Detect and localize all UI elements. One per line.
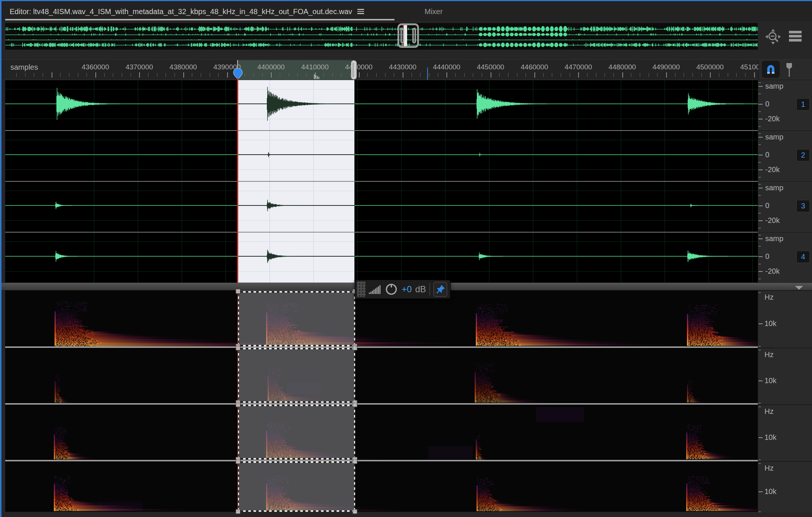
ruler-minor-tick (324, 73, 324, 77)
overview-viewport-box[interactable] (397, 23, 419, 48)
ruler-tick-label: 4470000 (564, 63, 592, 71)
ruler-minor-tick (60, 73, 60, 77)
ruler-minor-tick (640, 73, 640, 77)
ruler-selection-highlight (238, 60, 354, 80)
viewport-left-handle[interactable] (400, 28, 404, 43)
ruler-major-tick (403, 72, 403, 78)
ruler-minor-tick (297, 73, 298, 77)
ruler-major-tick (359, 72, 360, 78)
ruler-minor-tick (657, 73, 658, 77)
ruler-minor-tick (376, 73, 377, 77)
ruler-right-gutter (759, 60, 812, 80)
ruler-minor-tick (561, 73, 561, 77)
track-list-icon[interactable] (788, 30, 802, 43)
ruler-minor-tick (482, 73, 482, 77)
selection-gain-grabber[interactable] (314, 74, 319, 79)
amplitude-unit-label: samp (765, 234, 783, 243)
ruler-minor-tick (745, 73, 746, 77)
splitter-collapse-icon[interactable] (795, 286, 803, 290)
ruler-tick-label: 4440000 (433, 63, 460, 71)
ruler-major-tick (52, 72, 52, 78)
gain-knob[interactable] (384, 282, 398, 296)
overview-waveform-canvas[interactable] (5, 23, 758, 50)
gain-value[interactable]: +0 (402, 284, 412, 294)
ruler-major-tick (95, 72, 96, 78)
ruler-major-tick (183, 72, 184, 78)
ruler-tick-label: 4450000 (477, 63, 504, 71)
marker-flag-icon[interactable] (785, 62, 794, 78)
audition-editor-window: Editor: ltv48_4ISM.wav_4_ISM_with_metada… (0, 0, 812, 517)
hud-pin-button[interactable] (433, 282, 447, 297)
tab-editor[interactable]: Editor: ltv48_4ISM.wav_4_ISM_with_metada… (10, 5, 364, 18)
playhead-stem (237, 60, 238, 69)
ruler-minor-tick (394, 73, 394, 77)
ruler-minor-tick (253, 73, 254, 77)
ruler-minor-tick (438, 73, 438, 77)
channel-3-badge[interactable]: 3 (796, 200, 810, 212)
hud-drag-handle[interactable] (357, 281, 366, 297)
channel-4-badge[interactable]: 4 (796, 251, 810, 263)
ruler-major-tick (578, 72, 579, 78)
gain-hud[interactable]: +0 dB (355, 280, 451, 299)
active-tab-underline (5, 19, 394, 20)
freq-unit-label: Hz (764, 407, 773, 416)
ruler-minor-tick (16, 73, 17, 77)
snap-magnet-button[interactable] (762, 61, 780, 78)
spectrogram-display[interactable] (5, 290, 758, 513)
ruler-major-tick (491, 72, 491, 78)
ruler-minor-tick (693, 73, 693, 77)
ruler-minor-tick (192, 73, 192, 77)
spectrogram-playhead-line (238, 290, 238, 513)
ruler-minor-tick (333, 73, 333, 77)
freq-unit-label: Hz (764, 464, 773, 472)
spectro-scale-ch2: Hz 10k (759, 348, 812, 404)
amplitude-min-label: -20k (765, 216, 780, 225)
ruler-minor-tick (649, 73, 649, 77)
freq-tick-label: 10k (764, 376, 776, 385)
ruler-minor-tick (587, 73, 587, 77)
ruler-minor-tick (306, 73, 307, 77)
viewport-right-handle[interactable] (412, 28, 416, 43)
ruler-major-tick (446, 72, 447, 78)
ruler-minor-tick (728, 73, 728, 77)
amplitude-unit-label: samp (765, 82, 783, 90)
timeline-ruler[interactable]: samples 43600004370000438000043900004400… (1, 59, 812, 80)
spectro-selection-ch1[interactable] (238, 291, 355, 346)
channel-1-badge[interactable]: 1 (796, 98, 810, 111)
timeline-marker[interactable] (427, 67, 428, 80)
ruler-minor-tick (464, 73, 465, 77)
ruler-tick-label: 4420000 (345, 63, 373, 71)
ruler-minor-tick (605, 73, 605, 77)
ruler-unit-label: samples (10, 63, 38, 72)
waveform-display[interactable] (5, 80, 758, 283)
gain-unit-label: dB (415, 284, 426, 294)
freq-tick-label: 10k (764, 319, 776, 328)
ruler-minor-tick (517, 73, 517, 77)
amplitude-unit-label: samp (765, 184, 783, 192)
ruler-tick-label: 4380000 (170, 63, 197, 71)
playhead-line[interactable] (237, 78, 238, 283)
ruler-tick-label: 4360000 (82, 63, 109, 71)
amplitude-min-label: -20k (765, 267, 780, 276)
spectro-scale-ch3: Hz 10k (759, 405, 812, 461)
ruler-minor-tick (631, 73, 631, 77)
ruler-minor-tick (385, 73, 386, 77)
amplitude-zero-label: 0 (765, 100, 769, 108)
tab-mixer[interactable]: Mixer (422, 5, 446, 18)
spectro-selection-ch4[interactable] (238, 461, 355, 512)
ruler-minor-tick (499, 73, 500, 77)
zoom-navigate-icon[interactable] (764, 28, 782, 45)
spectro-scale-ch4: Hz 10k (759, 461, 812, 513)
window-border-left (0, 0, 1, 517)
ruler-major-tick (710, 72, 711, 78)
spectro-selection-ch3[interactable] (238, 405, 355, 460)
spectro-selection-ch2[interactable] (238, 348, 355, 403)
selection-end-handle[interactable] (351, 60, 357, 79)
spectro-scale-ch1: Hz 10k (759, 290, 812, 347)
ruler-minor-tick (104, 73, 105, 77)
ruler-minor-tick (245, 73, 245, 77)
panel-menu-icon[interactable] (357, 8, 364, 15)
channel-2-badge[interactable]: 2 (796, 149, 810, 161)
window-border-top (0, 0, 812, 1)
ruler-minor-tick (131, 73, 131, 77)
